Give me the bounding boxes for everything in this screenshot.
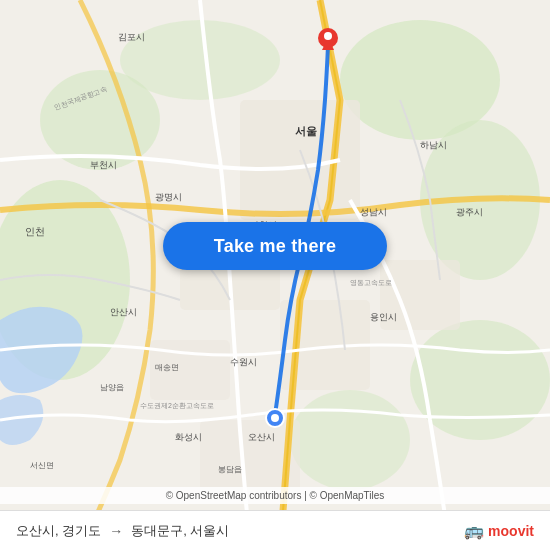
svg-text:광명시: 광명시 — [155, 192, 182, 202]
svg-point-37 — [324, 32, 332, 40]
svg-text:부천시: 부천시 — [90, 160, 117, 170]
svg-text:매송면: 매송면 — [155, 363, 179, 372]
attribution-text: © OpenStreetMap contributors | © OpenMap… — [166, 490, 385, 501]
svg-text:서울: 서울 — [295, 125, 317, 137]
map-container: 서울 부천시 광명시 과천시 안양시 성남시 안산시 수원시 용인시 남양읍 화… — [0, 0, 550, 550]
moovit-logo: 🚌 moovit — [464, 521, 534, 540]
svg-text:서신면: 서신면 — [30, 461, 54, 470]
svg-text:김포시: 김포시 — [118, 32, 145, 42]
svg-text:남양읍: 남양읍 — [100, 383, 124, 392]
svg-text:하남시: 하남시 — [420, 140, 447, 150]
map-svg: 서울 부천시 광명시 과천시 안양시 성남시 안산시 수원시 용인시 남양읍 화… — [0, 0, 550, 550]
svg-text:성남시: 성남시 — [360, 207, 387, 217]
take-me-there-button[interactable]: Take me there — [163, 222, 387, 270]
svg-text:봉담읍: 봉담읍 — [218, 465, 242, 474]
origin-label: 오산시, 경기도 — [16, 522, 101, 540]
moovit-logo-text: moovit — [488, 523, 534, 539]
svg-text:광주시: 광주시 — [456, 207, 483, 217]
route-arrow: → — [109, 523, 123, 539]
destination-label: 동대문구, 서울시 — [131, 522, 229, 540]
svg-text:오산시: 오산시 — [248, 432, 275, 442]
route-info: 오산시, 경기도 → 동대문구, 서울시 — [16, 522, 229, 540]
svg-text:수도권제2순환고속도로: 수도권제2순환고속도로 — [140, 402, 214, 410]
svg-text:화성시: 화성시 — [175, 432, 202, 442]
svg-point-6 — [290, 390, 410, 490]
svg-rect-8 — [240, 100, 360, 220]
map-attribution: © OpenStreetMap contributors | © OpenMap… — [0, 487, 550, 504]
bottom-bar: 오산시, 경기도 → 동대문구, 서울시 🚌 moovit — [0, 510, 550, 550]
svg-text:안산시: 안산시 — [110, 307, 137, 317]
svg-text:영동고속도로: 영동고속도로 — [350, 279, 392, 287]
svg-text:용인시: 용인시 — [370, 312, 397, 322]
moovit-icon: 🚌 — [464, 521, 484, 540]
svg-text:인천: 인천 — [25, 226, 45, 237]
svg-point-39 — [271, 414, 279, 422]
svg-text:수원시: 수원시 — [230, 357, 257, 367]
